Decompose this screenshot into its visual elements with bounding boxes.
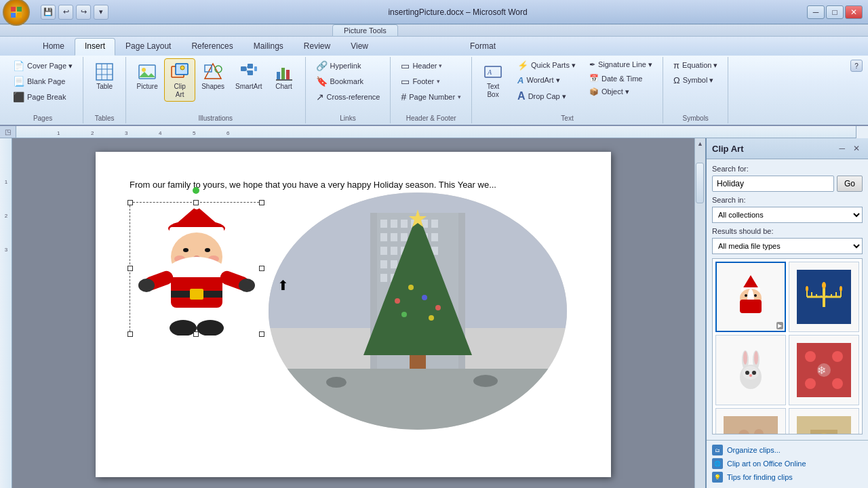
handle-ml[interactable] (127, 266, 133, 271)
handle-bm[interactable] (193, 331, 199, 337)
image-selection-border (130, 202, 262, 335)
santa-image (130, 203, 263, 336)
wordart-button[interactable]: A WordArt ▾ (513, 73, 580, 87)
clip-item-couple[interactable]: ▶ (715, 408, 786, 434)
document-area[interactable]: From our family to yours, we hope that y… (12, 138, 694, 488)
chart-label: Chart (275, 83, 292, 91)
clip-item-menorah[interactable] (789, 262, 859, 332)
page-break-button[interactable]: ⬛ Page Break (8, 89, 71, 104)
scroll-thumb-v[interactable] (696, 163, 704, 203)
quick-parts-button[interactable]: ⚡ Quick Parts ▾ (513, 58, 580, 73)
clip-art-button[interactable]: ClipArt (164, 58, 195, 102)
office-button[interactable] (3, 0, 30, 26)
svg-point-52 (170, 320, 197, 336)
hyperlink-button[interactable]: 🔗 Hyperlink (311, 58, 366, 73)
svg-rect-0 (96, 64, 113, 80)
page-number-button[interactable]: # Page Number ▾ (396, 89, 466, 104)
drop-cap-button[interactable]: A Drop Cap ▾ (513, 88, 580, 104)
clip-art-icon (169, 61, 191, 83)
search-in-section: Search in: All collections (712, 196, 863, 223)
search-input[interactable] (712, 176, 834, 192)
footer-icon: ▭ (401, 76, 410, 87)
tips-link[interactable]: 💡 Tips for finding clips (712, 472, 863, 483)
help-button[interactable]: ? (850, 60, 863, 72)
handle-mr[interactable] (259, 266, 264, 271)
tab-page-layout[interactable]: Page Layout (115, 38, 181, 56)
footer-dropdown-icon: ▾ (437, 78, 440, 85)
header-button[interactable]: ▭ Header ▾ (396, 58, 447, 73)
signature-line-icon: ✒ (589, 60, 595, 69)
header-dropdown-icon: ▾ (437, 62, 442, 69)
search-in-select[interactable]: All collections (712, 207, 863, 223)
undo-button[interactable]: ↩ (58, 5, 73, 20)
maximize-button[interactable]: □ (826, 5, 844, 19)
document-scroll-area[interactable]: From our family to yours, we hope that y… (12, 138, 694, 488)
bookmark-button[interactable]: 🔖 Bookmark (311, 74, 369, 89)
customize-qat-button[interactable]: ▾ (94, 5, 108, 20)
footer-button[interactable]: ▭ Footer ▾ (396, 74, 445, 89)
smartart-button[interactable]: SmartArt (231, 58, 267, 94)
handle-tr[interactable] (259, 200, 264, 205)
selected-image-container[interactable] (130, 202, 262, 335)
tab-insert[interactable]: Insert (75, 38, 115, 56)
date-time-button[interactable]: 📅 Date & Time (585, 72, 657, 85)
svg-text:3: 3 (125, 130, 128, 136)
clip-art-minimize-button[interactable]: ─ (836, 142, 848, 155)
results-select[interactable]: All media file types (712, 238, 863, 254)
save-button[interactable]: 💾 (41, 5, 56, 20)
symbol-button[interactable]: Ω Symbol ▾ (669, 73, 718, 87)
svg-rect-59 (391, 220, 397, 228)
vertical-scrollbar[interactable]: ▲ ▼ (694, 138, 705, 488)
go-button[interactable]: Go (837, 176, 863, 192)
bookmark-icon: 🔖 (316, 76, 328, 87)
text-box-button[interactable]: A TextBox (477, 58, 509, 102)
shapes-button[interactable]: Shapes (197, 58, 229, 94)
tab-references[interactable]: References (181, 38, 243, 56)
chart-button[interactable]: Chart (269, 58, 300, 94)
organize-clips-link[interactable]: 🗂 Organize clips... (712, 445, 863, 455)
handle-tm[interactable] (193, 200, 199, 205)
signature-line-button[interactable]: ✒ Signature Line ▾ (585, 58, 657, 71)
svg-rect-136 (724, 416, 778, 434)
svg-rect-66 (401, 233, 408, 241)
close-button[interactable]: ✕ (845, 5, 863, 19)
ruler-corner[interactable]: ◳ (0, 126, 16, 138)
tab-format[interactable]: Format (460, 38, 506, 56)
object-button[interactable]: 📦 Object ▾ (585, 85, 657, 98)
handle-br[interactable] (259, 331, 264, 337)
svg-rect-104 (740, 300, 762, 313)
clip-item-bunny[interactable] (715, 335, 786, 405)
scroll-up-button[interactable]: ▲ (696, 138, 705, 149)
symbol-icon: Ω (673, 75, 680, 85)
search-section: Search for: Go (712, 165, 863, 192)
clip-item-santa[interactable]: ▶ (715, 262, 786, 332)
blank-page-button[interactable]: 📃 Blank Page (8, 74, 70, 89)
cover-page-button[interactable]: 📄 Cover Page ▾ (8, 58, 77, 73)
date-time-icon: 📅 (589, 74, 599, 83)
rotate-handle[interactable] (193, 187, 199, 194)
svg-point-95 (326, 377, 347, 388)
ribbon: 📄 Cover Page ▾ 📃 Blank Page ⬛ Page Break… (0, 56, 868, 126)
tab-home[interactable]: Home (33, 38, 75, 56)
redo-button[interactable]: ↪ (76, 5, 91, 20)
svg-point-88 (408, 285, 414, 290)
clip-art-footer: 🗂 Organize clips... 🌐 Clip art on Office… (707, 440, 868, 487)
tab-view[interactable]: View (340, 38, 378, 56)
svg-point-118 (840, 286, 842, 291)
minimize-button[interactable]: ─ (807, 5, 825, 19)
page-break-icon: ⬛ (13, 92, 24, 102)
handle-tl[interactable] (127, 200, 133, 205)
clip-item-yellow[interactable]: ▶ (789, 408, 859, 434)
clip-item-red-pattern[interactable]: ❄ (789, 335, 859, 405)
picture-button[interactable]: Picture (132, 58, 163, 94)
handle-bl[interactable] (127, 331, 133, 337)
tab-mailings[interactable]: Mailings (243, 38, 294, 56)
office-online-link[interactable]: 🌐 Clip art on Office Online (712, 458, 863, 469)
table-button[interactable]: Table (89, 58, 120, 94)
tab-review[interactable]: Review (294, 38, 340, 56)
text-box-icon: A (482, 61, 504, 83)
equation-button[interactable]: π Equation ▾ (669, 58, 722, 73)
svg-line-17 (246, 66, 248, 68)
clip-art-close-button[interactable]: ✕ (850, 142, 863, 155)
cross-reference-button[interactable]: ↗ Cross-reference (311, 89, 385, 104)
